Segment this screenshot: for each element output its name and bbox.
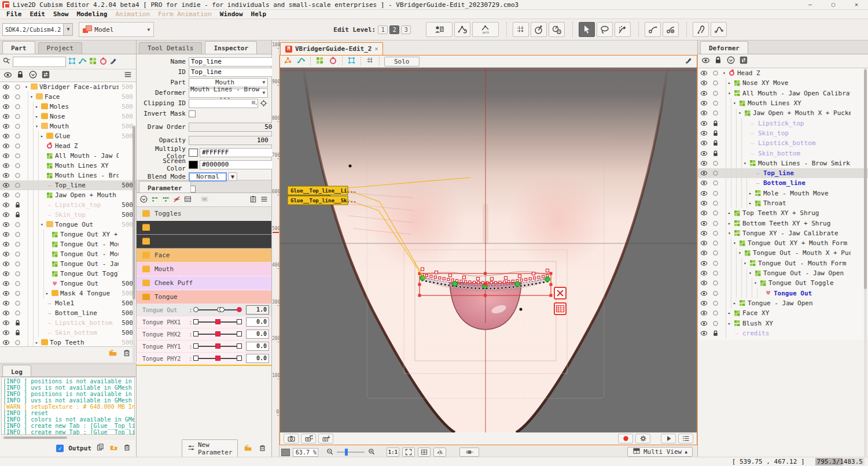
eye-toggle[interactable] <box>0 299 12 307</box>
eye-toggle[interactable] <box>0 260 12 268</box>
part-tree-row[interactable]: ▸Nose500 <box>0 112 136 121</box>
parameter-value[interactable]: 1.0 <box>246 305 269 315</box>
settings-icon[interactable] <box>635 434 650 443</box>
deselect-button[interactable] <box>554 287 566 299</box>
parameter-value[interactable]: 0.0 <box>246 317 269 327</box>
unlock-toggle[interactable] <box>12 113 23 120</box>
deformer-tree-row[interactable]: —credits <box>698 328 868 338</box>
swap-view-icon[interactable] <box>41 70 50 81</box>
lock-toggle[interactable] <box>709 150 721 157</box>
eye-toggle[interactable] <box>698 249 709 257</box>
unlock-toggle[interactable] <box>709 230 721 237</box>
deformer-tree-row[interactable]: —Bottom_line <box>698 178 868 188</box>
expander-icon[interactable]: ▾ <box>731 241 738 246</box>
eye-toggle[interactable] <box>0 162 12 169</box>
zoom-value[interactable]: 63.7 % <box>293 448 318 457</box>
unlock-toggle[interactable] <box>709 299 721 307</box>
part-tree-row[interactable]: All Mouth - Jaw Open <box>0 151 136 161</box>
menu-item-file[interactable]: File <box>2 10 26 18</box>
menu-item-edit[interactable]: Edit <box>26 10 50 18</box>
unlock-toggle[interactable] <box>709 160 721 167</box>
eye-toggle[interactable] <box>0 329 12 336</box>
expander-icon[interactable]: ▾ <box>28 94 35 99</box>
deformer-tree-row[interactable]: ▸Mole - Mouth Move <box>698 188 868 198</box>
new-folder-icon[interactable] <box>108 348 117 359</box>
eye-toggle[interactable] <box>0 280 12 287</box>
menu-item-show[interactable]: Show <box>49 10 73 18</box>
glue-label-bottom[interactable]: Glue__Top_line__Sk... <box>288 196 356 205</box>
lock-toggle[interactable] <box>12 319 23 327</box>
unlock-toggle[interactable] <box>709 220 721 227</box>
new-parameter-folder-icon[interactable] <box>244 443 252 454</box>
glue-tool-button[interactable] <box>693 22 709 37</box>
expander-icon[interactable]: ▾ <box>726 231 733 236</box>
model-viewport[interactable]: Glue__Top_line__Li... Glue__Top_line__Sk… <box>280 68 697 432</box>
eye-toggle[interactable] <box>698 209 709 217</box>
mesh-filter-icon[interactable] <box>68 57 76 67</box>
unlock-toggle[interactable] <box>709 90 721 97</box>
sdk-version-select[interactable]: SDK4.2/Cubism4.2 ▼ <box>2 23 73 36</box>
tab-project[interactable]: Project <box>38 42 82 54</box>
remove-key-icon[interactable] <box>172 195 181 205</box>
menu-item-modeling[interactable]: Modeling <box>73 10 112 18</box>
eye-toggle[interactable] <box>698 169 709 177</box>
deformer-tree-row[interactable]: ▸Nose XY Move <box>698 78 868 88</box>
part-tree-row[interactable]: ▸Moles500 <box>0 102 136 112</box>
background-color-swatch[interactable] <box>281 449 290 456</box>
eye-toggle[interactable] <box>698 309 709 317</box>
export-log-icon[interactable] <box>109 443 118 453</box>
deformer-tree-row[interactable]: —Skin_top <box>698 128 868 138</box>
unlock-toggle[interactable] <box>12 290 23 297</box>
draw-order-field[interactable] <box>189 123 278 132</box>
expander-icon[interactable]: ▾ <box>747 271 753 276</box>
record-button[interactable] <box>618 434 633 443</box>
unlock-toggle[interactable] <box>709 69 721 77</box>
eye-toggle[interactable] <box>698 160 709 167</box>
blend-mode-dropdown-button[interactable]: ▼ <box>228 172 237 181</box>
eye-toggle[interactable] <box>698 279 709 287</box>
unlock-toggle[interactable] <box>709 249 721 257</box>
rotate-deformer-filter-icon[interactable] <box>99 57 108 67</box>
expander-icon[interactable]: ▸ <box>726 321 733 326</box>
unlock-toggle[interactable] <box>709 109 721 117</box>
mesh-edit-tool-button[interactable] <box>513 22 529 37</box>
eye-toggle[interactable] <box>0 132 12 140</box>
expander-icon[interactable]: ▸ <box>34 104 40 109</box>
parameter-row-tongue_phy1[interactable]: Tongue_PHY1:0.0 <box>137 341 271 353</box>
parameter-group-face[interactable]: Face <box>137 249 271 262</box>
warp-deformer-filter-icon[interactable] <box>89 57 97 67</box>
model-view-tool-button[interactable] <box>426 22 453 37</box>
parameter-group-mouth[interactable]: Mouth <box>137 262 271 276</box>
eye-icon[interactable] <box>3 71 12 81</box>
eye-toggle[interactable] <box>698 239 709 247</box>
expand-all-icon[interactable] <box>726 56 735 66</box>
search-input[interactable] <box>13 57 66 67</box>
log-scrollbar[interactable] <box>1 435 135 440</box>
zoom-out-icon[interactable] <box>326 447 334 457</box>
id-field[interactable] <box>189 68 278 77</box>
part-tree-row[interactable]: Mouth Lines - Brow Si <box>0 171 136 180</box>
deformer-tree-row[interactable]: ▾Mouth Lines - Brow Smirk <box>698 158 868 168</box>
expander-icon[interactable]: ▾ <box>23 84 30 90</box>
eye-toggle[interactable] <box>0 211 12 219</box>
eye-toggle[interactable] <box>698 139 709 147</box>
unlock-toggle[interactable] <box>12 172 23 179</box>
eye-toggle[interactable] <box>0 319 12 327</box>
glue-bind-tool-button[interactable] <box>711 22 727 37</box>
unlock-toggle[interactable] <box>709 279 721 287</box>
deformer-tree-row[interactable]: ▸Face XY <box>698 308 868 318</box>
unlock-toggle[interactable] <box>12 103 23 110</box>
deformer-tree-row[interactable]: ▸Tongue - Jaw Open <box>698 298 868 308</box>
edit-level-1[interactable]: 1 <box>378 25 388 34</box>
eye-toggle[interactable] <box>0 250 12 258</box>
parameter-slider[interactable] <box>193 318 242 326</box>
deformer-tree-row[interactable]: ▸Throat <box>698 198 868 208</box>
parameter-row-tongue-out[interactable]: Tongue Out:1.0 <box>137 304 271 316</box>
eye-toggle[interactable] <box>698 190 709 197</box>
part-tree-row[interactable]: Tongue Out Toggle <box>0 269 136 279</box>
part-tree-row[interactable]: —Lipstick_top500 <box>0 200 136 210</box>
parameter-group-tongue[interactable]: Tongue <box>137 290 271 304</box>
part-tree-row[interactable]: —Skin_bottom500 <box>0 328 136 338</box>
part-tree-row[interactable]: ♥Tongue Out500 <box>0 279 136 289</box>
tab-part[interactable]: Part <box>2 41 35 54</box>
